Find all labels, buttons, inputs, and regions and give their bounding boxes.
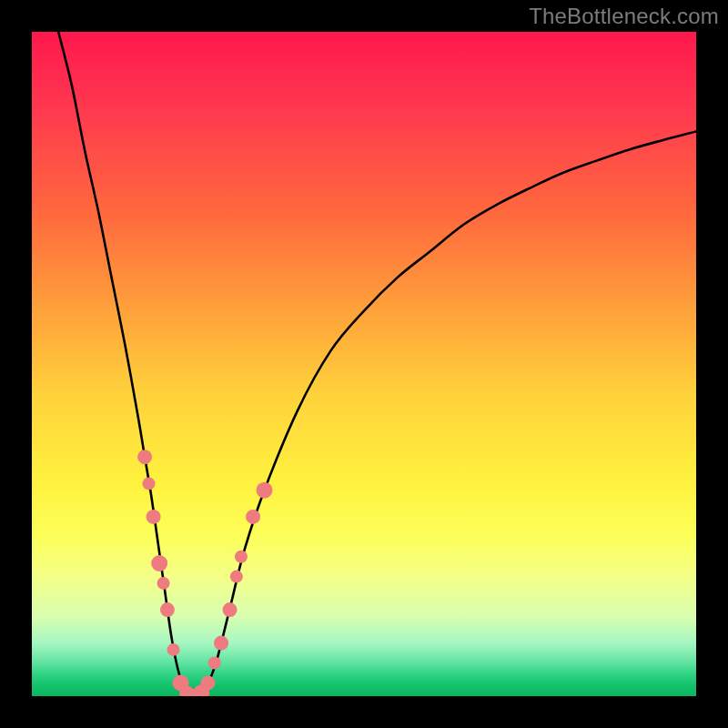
curve-marker bbox=[235, 551, 248, 563]
watermark-text: TheBottleneck.com bbox=[529, 4, 719, 29]
curve-marker bbox=[147, 510, 161, 524]
curve-marker bbox=[160, 602, 175, 617]
curve-marker bbox=[257, 482, 273, 499]
curve-marker bbox=[151, 555, 167, 571]
chart-svg bbox=[32, 32, 696, 696]
curve-marker bbox=[208, 657, 221, 670]
curve-marker bbox=[142, 477, 155, 490]
curve-marker bbox=[223, 602, 238, 617]
curve-markers bbox=[137, 450, 272, 696]
bottleneck-curve bbox=[58, 32, 696, 696]
curve-marker bbox=[200, 675, 215, 690]
curve-marker bbox=[167, 643, 179, 656]
curve-marker bbox=[214, 636, 228, 651]
plot-area bbox=[32, 32, 696, 696]
curve-marker bbox=[246, 510, 260, 524]
curve-marker bbox=[230, 571, 243, 583]
chart-frame: TheBottleneck.com bbox=[0, 0, 728, 728]
curve-marker bbox=[157, 577, 170, 590]
curve-marker bbox=[137, 450, 152, 464]
